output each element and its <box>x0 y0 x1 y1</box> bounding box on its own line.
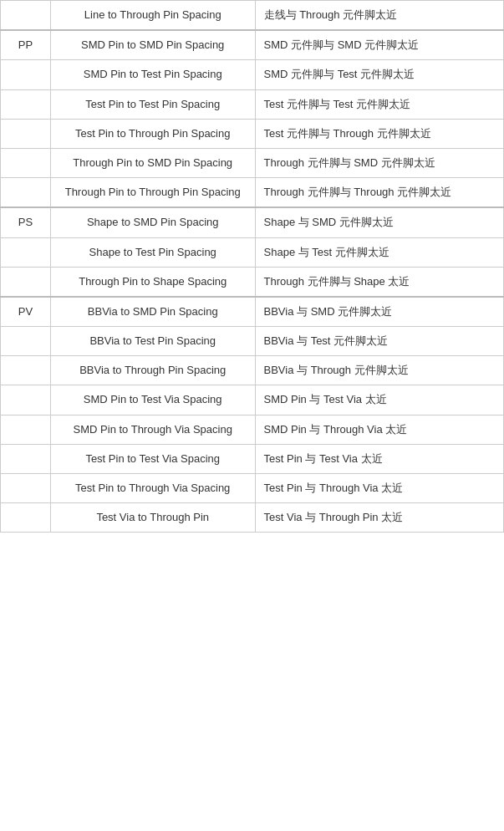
row-name: SMD Pin to Test Pin Spacing <box>50 60 255 89</box>
row-name: Through Pin to Shape Spacing <box>50 267 255 297</box>
row-code <box>1 415 51 444</box>
row-name: SMD Pin to Test Via Spacing <box>50 385 255 415</box>
row-code <box>1 1 51 31</box>
row-name: SMD Pin to Through Via Spacing <box>50 415 255 444</box>
row-name: Test Pin to Through Pin Spacing <box>50 119 255 148</box>
row-name: BBVia to Test Pin Spacing <box>50 327 255 356</box>
row-desc: 走线与 Through 元件脚太近 <box>255 1 503 31</box>
row-desc: SMD 元件脚与 Test 元件脚太近 <box>255 60 503 89</box>
row-code: PP <box>1 30 51 60</box>
row-name: Through Pin to Through Pin Spacing <box>50 178 255 208</box>
row-name: Shape to SMD Pin Spacing <box>50 207 255 237</box>
row-desc: Test Pin 与 Through Via 太近 <box>255 474 503 503</box>
row-code <box>1 356 51 385</box>
row-code <box>1 119 51 148</box>
row-code <box>1 444 51 473</box>
row-name: Test Via to Through Pin <box>50 503 255 533</box>
row-name: Line to Through Pin Spacing <box>50 1 255 31</box>
row-code <box>1 178 51 208</box>
row-code <box>1 89 51 119</box>
row-code: PS <box>1 207 51 237</box>
row-desc: Test Via 与 Through Pin 太近 <box>255 503 503 533</box>
row-desc: Through 元件脚与 Shape 太近 <box>255 267 503 297</box>
row-name: Shape to Test Pin Spacing <box>50 237 255 267</box>
row-name: Test Pin to Through Via Spacing <box>50 474 255 503</box>
row-name: BBVia to Through Pin Spacing <box>50 356 255 385</box>
row-code <box>1 148 51 177</box>
row-name: SMD Pin to SMD Pin Spacing <box>50 30 255 60</box>
row-desc: BBVia 与 Test 元件脚太近 <box>255 327 503 356</box>
spacing-rules-table: Line to Through Pin Spacing走线与 Through 元… <box>0 0 504 533</box>
row-desc: SMD Pin 与 Through Via 太近 <box>255 415 503 444</box>
row-desc: Through 元件脚与 SMD 元件脚太近 <box>255 148 503 177</box>
row-code <box>1 474 51 503</box>
row-desc: Test 元件脚与 Test 元件脚太近 <box>255 89 503 119</box>
row-desc: Test 元件脚与 Through 元件脚太近 <box>255 119 503 148</box>
row-name: Through Pin to SMD Pin Spacing <box>50 148 255 177</box>
row-code: PV <box>1 297 51 327</box>
row-code <box>1 237 51 267</box>
row-desc: SMD 元件脚与 SMD 元件脚太近 <box>255 30 503 60</box>
row-desc: BBVia 与 Through 元件脚太近 <box>255 356 503 385</box>
row-desc: SMD Pin 与 Test Via 太近 <box>255 385 503 415</box>
row-code <box>1 503 51 533</box>
row-code <box>1 267 51 297</box>
row-name: Test Pin to Test Pin Spacing <box>50 89 255 119</box>
row-name: Test Pin to Test Via Spacing <box>50 444 255 473</box>
row-desc: Shape 与 SMD 元件脚太近 <box>255 207 503 237</box>
row-desc: BBVia 与 SMD 元件脚太近 <box>255 297 503 327</box>
row-code <box>1 385 51 415</box>
row-name: BBVia to SMD Pin Spacing <box>50 297 255 327</box>
row-desc: Shape 与 Test 元件脚太近 <box>255 237 503 267</box>
row-desc: Test Pin 与 Test Via 太近 <box>255 444 503 473</box>
row-code <box>1 60 51 89</box>
row-code <box>1 327 51 356</box>
row-desc: Through 元件脚与 Through 元件脚太近 <box>255 178 503 208</box>
